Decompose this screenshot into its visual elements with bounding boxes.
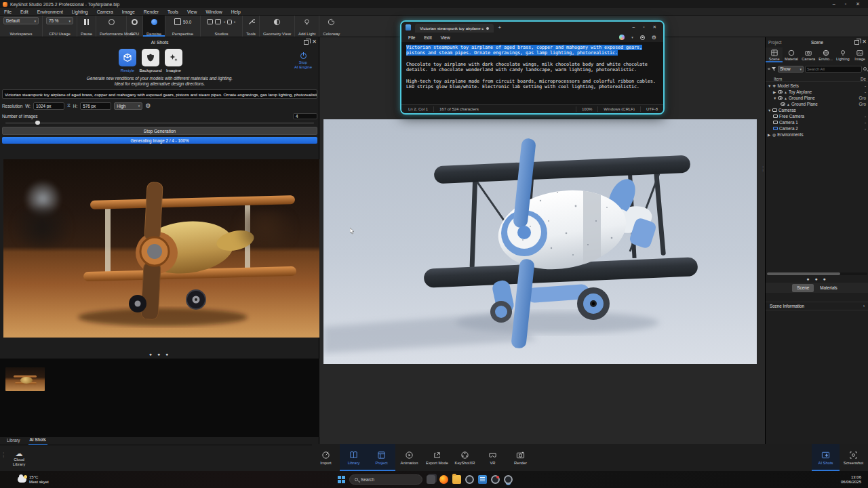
menu-file[interactable]: File [4,9,12,14]
tree-row-toy-airplane[interactable]: ▶▲Toy Airplane- [766,89,868,95]
result-thumbnail[interactable] [5,367,45,391]
panel-resize-dots[interactable]: ● ● ● [0,352,319,357]
tools-button[interactable]: Tools [243,16,260,37]
notepad-text-area[interactable]: Victorian steampunk toy airplane of aged… [401,42,663,106]
stop-ai-engine-button[interactable]: Stop AI Engine [290,53,317,70]
menu-environment[interactable]: Environment [37,9,63,14]
tree-row-model-sets[interactable]: ▼❖Model Sets- [766,83,868,89]
generated-image-preview[interactable] [3,159,319,338]
workspaces-dropdown[interactable]: Default▾ [3,17,39,24]
imagine-button[interactable]: Imagine [155,49,192,73]
undock-icon[interactable] [304,40,309,45]
maximize-button[interactable]: ▫ [845,1,846,7]
task-view-button[interactable] [427,475,435,484]
tree-row-camera-2[interactable]: Camera 2- [766,125,868,131]
menu-window[interactable]: Window [206,9,222,14]
close-button[interactable]: ✕ [856,1,860,7]
menu-render[interactable]: Render [144,9,159,14]
slider-track[interactable] [5,123,314,124]
visibility-eye-icon[interactable] [778,90,783,94]
tree-hscrollbar[interactable] [767,272,867,275]
realtime-render-view[interactable] [323,119,757,364]
denoise-button[interactable]: Denoise [143,16,165,37]
filter-icon[interactable] [772,67,776,71]
screenshot-button[interactable]: Screenshot [840,444,867,471]
menu-lighting[interactable]: Lighting [72,9,88,14]
width-input[interactable] [33,102,64,110]
firefox-icon[interactable] [439,475,448,484]
ai-shots-button[interactable]: AI Shots [812,444,840,471]
num-images-value[interactable]: 4 [293,113,317,119]
keyshotxr-button[interactable]: KeyShotXR [451,444,479,471]
notepad-menu-edit[interactable]: Edit [424,35,431,40]
gpu-button[interactable]: GPU [127,16,143,37]
tab-image[interactable]: Image [851,47,868,62]
tab-camera[interactable]: Camera [800,47,817,62]
taskbar-search[interactable]: Search [349,474,422,485]
start-button[interactable] [338,476,345,483]
library-button[interactable]: Library [340,444,368,471]
panel-resize-dots[interactable]: ● ● ● [766,277,868,281]
slider-thumb[interactable] [35,121,40,125]
tree-row-environments[interactable]: ▶◍Environments [766,131,868,138]
tree-row-free-camera[interactable]: Free Camera- [766,113,868,119]
chevron-down-icon[interactable]: ▾ [631,35,633,39]
notepad-menu-view[interactable]: View [441,35,450,40]
account-icon[interactable] [640,35,645,40]
tree-row-ground-plane[interactable]: ▼▲Ground PlaneGro [766,95,868,101]
pause-button[interactable]: Pause [77,16,96,37]
perspective-group[interactable]: 50.0 Perspective [165,16,201,37]
search-icon[interactable] [863,67,867,70]
notepad-maximize-button[interactable]: ▫ [643,24,644,30]
colorway-button[interactable]: Colorway [319,16,343,37]
notepad-minimize-button[interactable]: – [633,24,635,30]
menu-edit[interactable]: Edit [20,9,28,14]
notepad-close-button[interactable]: ✕ [653,24,656,30]
menu-camera[interactable]: Camera [97,9,113,14]
taskbar-clock[interactable]: 13:06 06/06/2025 [841,475,868,485]
menu-view[interactable]: View [187,9,197,14]
line-endings[interactable]: Windows (CRLF) [597,106,640,112]
import-button[interactable]: Import [312,444,340,471]
num-images-slider[interactable] [5,121,314,124]
prompt-input[interactable]: Victorian steampunk toy airplane of aged… [2,89,317,99]
tree-row-cameras[interactable]: ▼Cameras [766,107,868,113]
tab-scene[interactable]: Scene [766,47,783,62]
toggle-materials[interactable]: Materials [815,284,842,292]
minimize-button[interactable]: – [833,1,835,7]
cloud-library-button[interactable]: ☁ Cloud Library [0,445,38,471]
notepad-taskbar-icon[interactable] [478,475,487,484]
notepad-tab[interactable]: Victorian steampunk toy airplane c [415,24,494,33]
tree-row-camera-1[interactable]: Camera 1- [766,119,868,125]
notepad-menu-file[interactable]: File [408,35,415,40]
settings-gear-icon[interactable]: ⚙ [145,103,151,109]
tab-ai-shots[interactable]: AI Shots [28,436,47,445]
tab-environment[interactable]: Enviro... [817,47,834,62]
show-dropdown[interactable]: Show▾ [778,66,804,73]
menu-tools[interactable]: Tools [167,9,178,14]
close-panel-icon[interactable]: ✕ [312,39,317,45]
scrollbar-thumb[interactable] [767,272,840,275]
performance-mode-button[interactable]: Performance Mode [96,16,127,37]
weather-widget[interactable]: 15°C Mest skyet [0,475,49,485]
splitter-dots[interactable]: ⋮⋮ [761,166,763,171]
geometry-view-button[interactable]: Geometry View [260,16,295,37]
vr-button[interactable]: VR [479,444,507,471]
encoding[interactable]: UTF-8 [640,106,663,112]
tab-library[interactable]: Library [5,436,22,445]
animation-button[interactable]: Animation [395,444,423,471]
project-button[interactable]: Project [368,444,395,471]
studio-next-icon[interactable]: ▸ [234,20,236,24]
scene-search-input[interactable] [805,66,862,73]
toggle-scene[interactable]: Scene [792,284,814,292]
menu-help[interactable]: Help [231,9,241,14]
studio-prev-icon[interactable]: ◂ [223,20,225,24]
tree-row-ground-plane-child[interactable]: ▲Ground PlaneGro [766,101,868,107]
studios-group[interactable]: ◂ ▸ Studios [201,16,243,37]
tab-lighting[interactable]: Lighting [834,47,851,62]
new-tab-button[interactable]: + [498,24,501,30]
height-input[interactable] [80,102,111,110]
settings-gear-icon[interactable]: ⚙ [652,35,656,41]
perspective-value[interactable]: 50.0 [183,20,191,24]
tab-material[interactable]: Material [783,47,800,62]
